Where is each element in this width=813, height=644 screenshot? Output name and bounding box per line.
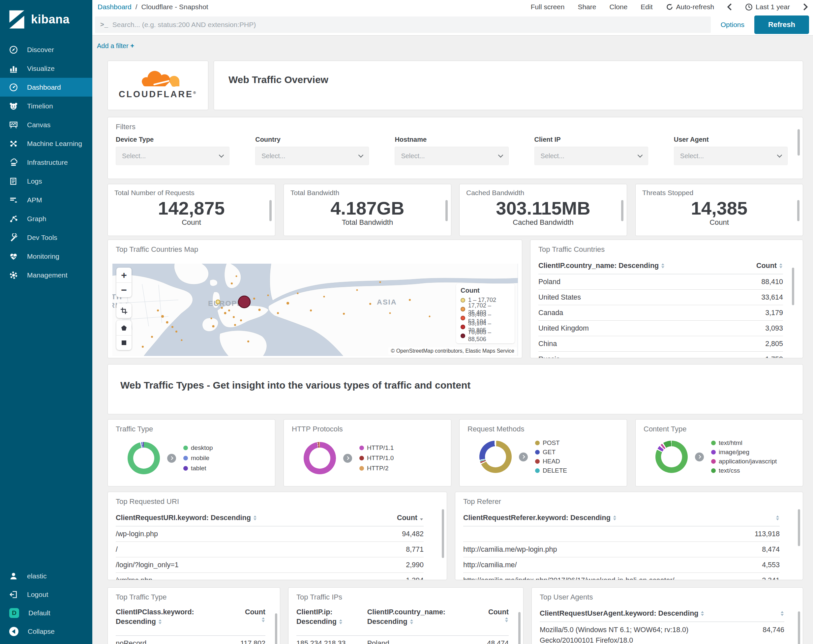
scrollbar-thumb[interactable] (518, 612, 521, 644)
scrollbar-thumb[interactable] (442, 509, 444, 558)
sidebar-item-monitoring[interactable]: Monitoring (0, 247, 92, 266)
legend-item[interactable]: GET (535, 449, 567, 456)
device-type-select[interactable]: Select... (116, 147, 230, 165)
legend-toggle-button[interactable] (519, 452, 528, 462)
request-methods-donut-chart[interactable] (479, 441, 512, 473)
search-prompt-icon: >_ (95, 21, 112, 28)
sidebar-item-infrastructure[interactable]: Infrastructure (0, 153, 92, 172)
sidebar-item-canvas[interactable]: Canvas (0, 115, 92, 134)
legend-item[interactable]: mobile (183, 454, 213, 462)
auto-refresh-button[interactable]: Auto-refresh (666, 3, 715, 11)
hostname-select[interactable]: Select... (395, 147, 508, 165)
sidebar-item-visualize[interactable]: Visualize (0, 59, 92, 78)
top-navigation-bar: Dashboard / Cloudflare - Snapshot Full s… (92, 0, 813, 14)
scrollbar-thumb[interactable] (797, 200, 799, 221)
legend-item[interactable]: HEAD (535, 458, 567, 465)
column-header[interactable]: ClientIPClass.keyword:Descending (116, 607, 216, 627)
time-range-picker[interactable]: Last 1 year (745, 3, 790, 11)
country-select[interactable]: Select... (255, 147, 369, 165)
clone-button[interactable]: Clone (609, 3, 627, 11)
refresh-button[interactable]: Refresh (754, 15, 809, 34)
legend-toggle-button[interactable] (343, 454, 352, 463)
column-header[interactable] (727, 515, 780, 521)
poland-bubble[interactable] (238, 296, 250, 308)
scrollbar-thumb[interactable] (792, 268, 794, 305)
legend-item[interactable]: text/html (711, 439, 777, 446)
map-zoom-in-button[interactable]: + (117, 268, 132, 282)
column-header[interactable]: ClientIP.ip:Descending (296, 607, 367, 627)
scrollbar-thumb[interactable] (798, 129, 800, 156)
traffic-type-donut-chart[interactable] (127, 442, 160, 474)
sidebar-item-collapse[interactable]: Collapse (0, 622, 92, 641)
map-draw-rectangle-button[interactable] (117, 335, 132, 350)
column-header[interactable] (744, 611, 784, 616)
legend-item[interactable]: HTTP/1.1 (359, 444, 394, 452)
column-header[interactable]: Count (722, 262, 783, 270)
sidebar-item-label: Logs (27, 177, 42, 185)
legend-item[interactable]: desktop (183, 444, 213, 452)
sidebar-item-logout[interactable]: Logout (0, 585, 92, 604)
column-header[interactable]: Count (216, 607, 265, 623)
sidebar-item-apm[interactable]: APM (0, 190, 92, 209)
scrollbar-thumb[interactable] (269, 200, 272, 221)
legend-item[interactable]: HTTP/2 (359, 465, 394, 472)
legend-item[interactable]: tablet (183, 465, 213, 472)
metric-label: Count (636, 218, 803, 227)
scrollbar-thumb[interactable] (798, 509, 800, 546)
full-screen-button[interactable]: Full screen (531, 3, 565, 11)
options-link[interactable]: Options (721, 21, 744, 29)
metric-total-requests: Total Number of Requests 142,875 Count (107, 184, 275, 236)
legend-toggle-button[interactable] (695, 452, 704, 462)
map-label-asia: ASIA (377, 298, 397, 306)
http-protocols-donut-chart[interactable] (304, 442, 336, 474)
user-agent-select[interactable]: Select... (674, 147, 788, 165)
legend-item[interactable]: POST (535, 439, 567, 446)
content-type-donut-chart[interactable] (655, 441, 688, 473)
time-back-chevron-icon[interactable] (727, 3, 732, 11)
top-traffic-countries-panel: Top Traffic Countries ClientIP.country_n… (530, 239, 803, 358)
sidebar-item-discover[interactable]: Discover (0, 40, 92, 59)
sidebar-item-machine-learning[interactable]: Machine Learning (0, 134, 92, 153)
legend-item[interactable]: application/javascript (711, 458, 777, 465)
edit-button[interactable]: Edit (641, 3, 652, 11)
sidebar-item-dashboard[interactable]: Dashboard (0, 78, 92, 97)
scrollbar-thumb[interactable] (445, 200, 448, 221)
search-input[interactable] (112, 21, 711, 29)
sidebar-item-logs[interactable]: Logs (0, 172, 92, 190)
legend-toggle-button[interactable] (167, 454, 176, 463)
column-header[interactable]: ClientRequestURI.keyword: Descending (116, 514, 347, 522)
add-filter-link[interactable]: Add a filter + (97, 42, 134, 50)
column-header[interactable]: ClientIP.country_name: Descending (538, 262, 722, 270)
column-header[interactable]: ClientRequestReferer.keyword: Descending (463, 514, 727, 522)
column-header[interactable]: Count (462, 607, 509, 623)
map-zoom-out-button[interactable]: − (117, 282, 132, 297)
map-fit-data-button[interactable] (117, 303, 132, 318)
legend-color-dot (711, 441, 716, 445)
sidebar-item-graph[interactable]: Graph (0, 209, 92, 228)
kibana-logo[interactable]: kibana (0, 0, 92, 29)
breadcrumb-dashboard-link[interactable]: Dashboard (98, 3, 132, 11)
map-draw-polygon-button[interactable] (117, 320, 132, 335)
share-button[interactable]: Share (578, 3, 596, 11)
sidebar-item-space-default[interactable]: D Default (0, 604, 92, 622)
column-header[interactable]: ClientRequestUserAgent.keyword: Descendi… (540, 609, 744, 618)
client-ip-select[interactable]: Select... (534, 147, 648, 165)
scrollbar-thumb[interactable] (621, 200, 623, 221)
sidebar-item-dev-tools[interactable]: Dev Tools (0, 228, 92, 247)
sidebar-item-management[interactable]: Management (0, 266, 92, 284)
legend-item[interactable]: HTTP/1.0 (359, 454, 394, 462)
map-attribution[interactable]: © OpenStreetMap contributors, Elastic Ma… (388, 347, 517, 355)
sidebar-item-user[interactable]: elastic (0, 567, 92, 585)
table-row: http://camilia.me/wp-login.php8,474 (463, 542, 780, 557)
sidebar-item-timelion[interactable]: Timelion (0, 97, 92, 115)
scrollbar-thumb[interactable] (798, 611, 800, 644)
column-header[interactable]: Count (347, 514, 424, 522)
legend-item[interactable]: image/jpeg (711, 449, 777, 456)
sidebar-item-label: Machine Learning (27, 140, 82, 148)
scrollbar-thumb[interactable] (275, 613, 277, 644)
column-header[interactable]: ClientIP.country_name:Descending (367, 607, 462, 627)
world-map[interactable]: NORTH AMERICA EUROPE ASIA (112, 264, 518, 356)
legend-item[interactable]: text/css (711, 467, 777, 474)
legend-item[interactable]: DELETE (535, 467, 567, 474)
time-forward-chevron-icon[interactable] (803, 3, 808, 11)
